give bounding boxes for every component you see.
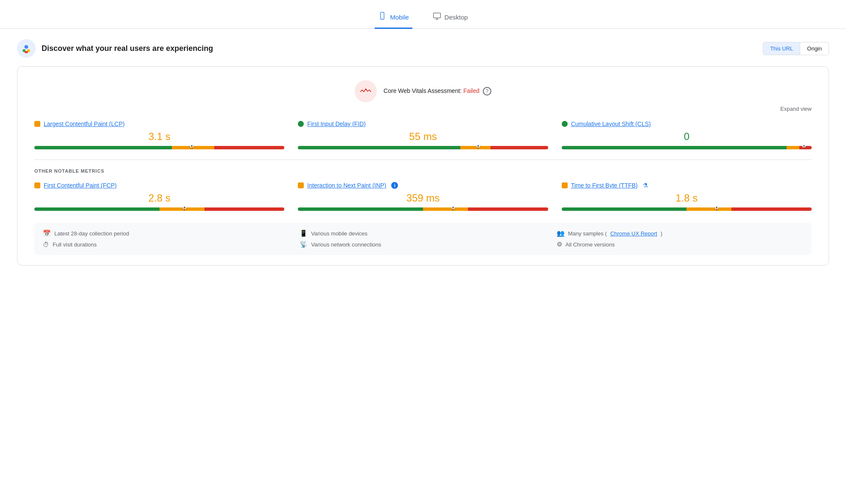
footer-icon-1: 📱 (300, 230, 308, 237)
metric-item-cls: Cumulative Layout Shift (CLS)0 (562, 120, 812, 151)
metric-item-ttfb: Time to First Byte (TTFB)⚗1.8 s (562, 182, 812, 213)
expand-view-button[interactable]: Expand view (34, 106, 812, 112)
metric-item-fid: First Input Delay (FID)55 ms (298, 120, 548, 151)
gauge-marker (801, 144, 807, 151)
gauge-bar (298, 146, 548, 149)
cwv-header: Core Web Vitals Assessment: Failed ? (34, 80, 812, 102)
metric-value-ttfb: 1.8 s (562, 192, 812, 204)
footer-item-0: 📅Latest 28-day collection period (43, 230, 289, 237)
metric-label-ttfb: Time to First Byte (TTFB)⚗ (562, 182, 812, 189)
footer-text-0: Latest 28-day collection period (54, 230, 129, 237)
tab-mobile[interactable]: Mobile (375, 7, 412, 29)
gauge-bar (562, 146, 812, 149)
metric-value-cls: 0 (562, 131, 812, 143)
cwv-assessment-label: Core Web Vitals Assessment: (384, 87, 462, 94)
metric-name-cls[interactable]: Cumulative Layout Shift (CLS) (571, 120, 651, 127)
gauge-marker (451, 206, 456, 213)
tab-desktop[interactable]: Desktop (429, 7, 471, 29)
gauge-marker (476, 144, 481, 151)
main-card: Core Web Vitals Assessment: Failed ? Exp… (17, 66, 829, 266)
other-metrics-grid: First Contentful Paint (FCP)2.8 sInterac… (34, 182, 812, 213)
other-metrics-label: OTHER NOTABLE METRICS (34, 168, 812, 174)
gauge-bar (562, 207, 812, 211)
divider (34, 160, 812, 160)
metric-label-lcp: Largest Contentful Paint (LCP) (34, 120, 284, 127)
svg-point-8 (25, 51, 28, 53)
metric-value-fcp: 2.8 s (34, 192, 284, 204)
metric-dot-lcp (34, 121, 40, 127)
metric-value-lcp: 3.1 s (34, 131, 284, 143)
header-section: Discover what your real users are experi… (0, 39, 846, 66)
header-avatar (17, 39, 36, 58)
core-vitals-grid: Largest Contentful Paint (LCP)3.1 sFirst… (34, 120, 812, 151)
footer-text-5: All Chrome versions (566, 241, 615, 248)
metric-label-cls: Cumulative Layout Shift (CLS) (562, 120, 812, 127)
metric-value-fid: 55 ms (298, 131, 548, 143)
metric-label-fid: First Input Delay (FID) (298, 120, 548, 127)
metric-dot-inp (298, 182, 304, 188)
gauge-bar (298, 207, 548, 211)
metric-name-fid[interactable]: First Input Delay (FID) (307, 120, 366, 127)
footer-item-1: 📱Various mobile devices (300, 230, 546, 237)
cwv-assessment-status: Failed (463, 87, 479, 94)
footer-icon-3: ⏱ (43, 241, 49, 248)
gauge-marker (714, 206, 719, 213)
metric-label-inp: Interaction to Next Paint (INP)i (298, 182, 548, 189)
footer-icon-5: ⚙ (557, 241, 562, 248)
card-footer: 📅Latest 28-day collection period📱Various… (34, 223, 812, 255)
footer-item-3: ⏱Full visit durations (43, 241, 289, 248)
gauge-bar (34, 146, 284, 149)
info-icon-inp[interactable]: i (391, 182, 398, 189)
footer-text-1: Various mobile devices (311, 230, 367, 237)
svg-rect-2 (433, 13, 440, 18)
metric-name-fcp[interactable]: First Contentful Paint (FCP) (44, 182, 117, 189)
gauge-marker (182, 206, 187, 213)
header-title: Discover what your real users are experi… (42, 44, 213, 53)
flask-icon-ttfb: ⚗ (643, 182, 648, 189)
metric-item-inp: Interaction to Next Paint (INP)i359 ms (298, 182, 548, 213)
metric-item-fcp: First Contentful Paint (FCP)2.8 s (34, 182, 284, 213)
metric-name-inp[interactable]: Interaction to Next Paint (INP) (307, 182, 386, 189)
metric-item-lcp: Largest Contentful Paint (LCP)3.1 s (34, 120, 284, 151)
svg-point-1 (382, 18, 383, 19)
footer-icon-2: 👥 (557, 230, 565, 237)
desktop-icon (433, 12, 441, 22)
svg-point-5 (25, 45, 28, 49)
tab-mobile-label: Mobile (390, 14, 409, 21)
tab-desktop-label: Desktop (445, 14, 468, 21)
cwv-icon (355, 80, 377, 102)
footer-item-5: ⚙All Chrome versions (557, 241, 803, 248)
footer-item-4: 📡Various network connections (300, 241, 546, 248)
metric-value-inp: 359 ms (298, 192, 548, 204)
gauge-marker (189, 144, 194, 151)
footer-text-after-2: ) (661, 230, 662, 237)
metric-dot-cls (562, 121, 568, 127)
metric-dot-fcp (34, 182, 40, 188)
metric-dot-fid (298, 121, 304, 127)
footer-link-2[interactable]: Chrome UX Report (610, 230, 657, 237)
footer-icon-4: 📡 (300, 241, 308, 248)
mobile-icon (378, 12, 387, 22)
footer-text-3: Full visit durations (53, 241, 97, 248)
gauge-bar (34, 207, 284, 211)
tabs-container: Mobile Desktop (0, 0, 846, 29)
metric-label-fcp: First Contentful Paint (FCP) (34, 182, 284, 189)
footer-icon-0: 📅 (43, 230, 51, 237)
url-origin-toggle: This URL Origin (763, 42, 829, 55)
footer-text-4: Various network connections (311, 241, 381, 248)
footer-text-2: Many samples ( (568, 230, 607, 237)
cwv-help-button[interactable]: ? (483, 87, 491, 95)
header-left: Discover what your real users are experi… (17, 39, 213, 58)
metric-name-lcp[interactable]: Largest Contentful Paint (LCP) (44, 120, 125, 127)
footer-item-2: 👥Many samples (Chrome UX Report) (557, 230, 803, 237)
metric-name-ttfb[interactable]: Time to First Byte (TTFB) (571, 182, 638, 189)
this-url-button[interactable]: This URL (763, 42, 800, 55)
cwv-assessment-text: Core Web Vitals Assessment: Failed ? (384, 87, 491, 95)
origin-button[interactable]: Origin (800, 42, 829, 55)
metric-dot-ttfb (562, 182, 568, 188)
